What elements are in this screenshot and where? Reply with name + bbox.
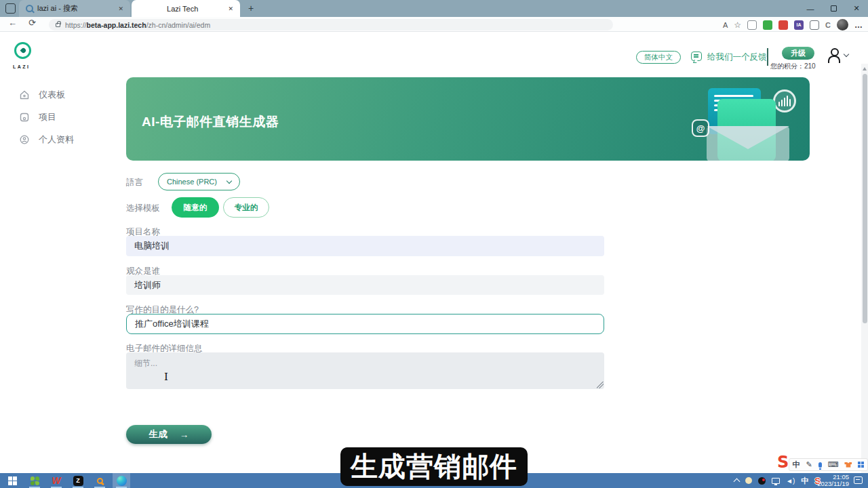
ime-toolbar: 中 ✎ ⌨ (789, 458, 868, 471)
extension-c-icon[interactable]: C (825, 21, 831, 29)
wps-icon: W (52, 475, 60, 486)
resize-grip-icon[interactable] (597, 382, 604, 388)
generate-button[interactable]: 生成 → (126, 425, 212, 444)
feedback-icon (691, 52, 702, 61)
subtitle-caption: 生成营销邮件 (340, 447, 528, 486)
feedback-link[interactable]: 给我们一个反馈 (707, 52, 767, 63)
tab-close-icon[interactable]: ✕ (225, 4, 236, 14)
extension-book-icon[interactable] (810, 20, 819, 30)
sogou-logo-icon[interactable]: S (777, 453, 789, 472)
start-button-icon[interactable] (8, 476, 17, 485)
edge-icon (117, 476, 127, 486)
green-app-icon (31, 476, 39, 485)
template-option-casual[interactable]: 随意的 (172, 197, 219, 218)
sidebar-item-label: 仪表板 (39, 89, 65, 101)
ime-skin-icon[interactable] (844, 462, 852, 468)
page-content: LAZI 仪表板 项目 个人资料 简体中文 给我们一个反馈 升级 您的积分：21… (0, 32, 868, 473)
lazi-logo-word: LAZI (13, 64, 35, 69)
extension-video-icon[interactable] (778, 20, 788, 30)
search-favicon-icon (26, 5, 33, 12)
tab-actions-icon[interactable] (5, 3, 16, 14)
url-bar[interactable]: https://beta-app.lazi.tech/zh-cn/admin/a… (49, 19, 613, 30)
language-pill[interactable]: 简体中文 (636, 51, 681, 64)
taskbar-app-search[interactable] (91, 473, 108, 488)
extension-green-icon[interactable] (763, 20, 772, 30)
notification-center-icon[interactable] (854, 476, 863, 484)
maximize-button[interactable] (822, 0, 845, 17)
sidebar-item-projects[interactable]: 项目 (19, 111, 56, 123)
account-chevron-down-icon[interactable] (844, 52, 849, 57)
collections-icon[interactable] (747, 20, 757, 30)
ime-mic-icon[interactable] (818, 462, 822, 468)
at-icon: @ (692, 119, 709, 137)
magnifier-icon (97, 478, 103, 484)
refresh-icon[interactable]: ⟳ (28, 18, 36, 28)
sidebar-item-dashboard[interactable]: 仪表板 (19, 89, 65, 101)
template-option-professional[interactable]: 专业的 (223, 197, 269, 218)
tray-moon-icon[interactable] (745, 477, 752, 484)
profile-avatar[interactable] (837, 19, 848, 30)
capcut-icon: Z (73, 476, 83, 486)
favorites-icon[interactable]: ☆ (734, 20, 741, 30)
scrollbar-up-icon[interactable] (863, 67, 867, 70)
projects-icon (19, 112, 30, 123)
sidebar-item-label: 个人资料 (39, 134, 74, 146)
tab-title: Lazi Tech (140, 5, 225, 13)
close-button[interactable]: ✕ (845, 0, 868, 17)
tray-expand-icon[interactable] (734, 479, 741, 485)
sidebar-item-label: 项目 (39, 111, 56, 123)
tray-app-icon[interactable] (758, 477, 766, 485)
url-text: https://beta-app.lazi.tech/zh-cn/admin/a… (65, 21, 210, 29)
read-aloud-icon[interactable]: A (723, 21, 728, 29)
new-tab-button[interactable]: + (244, 2, 258, 14)
scrollbar-thumb[interactable] (863, 74, 867, 323)
ime-keyboard-icon[interactable]: ⌨ (828, 460, 839, 469)
tab-close-icon[interactable]: ✕ (115, 4, 126, 14)
account-icon[interactable] (827, 48, 842, 63)
purpose-input[interactable] (126, 314, 604, 334)
banner: AI-电子邮件直销生成器 @ (126, 77, 810, 161)
extension-ia-icon[interactable]: IA (794, 20, 804, 30)
taskbar-app-green[interactable] (26, 473, 43, 488)
navbar-right-icons: A ☆ IA C … (723, 19, 863, 30)
header-divider (767, 48, 768, 66)
minimize-button[interactable]: — (799, 0, 822, 17)
ime-cn-icon[interactable]: 中 (792, 460, 800, 470)
page-title: AI-电子邮件直销生成器 (142, 113, 279, 131)
settings-menu-icon[interactable]: … (854, 20, 863, 30)
taskbar-app-wps[interactable]: W (47, 473, 65, 488)
sidebar-item-profile[interactable]: 个人资料 (19, 134, 74, 146)
ime-grid-icon[interactable] (858, 462, 864, 468)
banner-illustration: @ (679, 84, 802, 159)
audience-input[interactable] (126, 275, 604, 295)
taskbar-app-edge[interactable] (113, 473, 130, 488)
home-icon (19, 89, 30, 100)
chevron-down-icon (226, 178, 232, 183)
ime-pen-icon[interactable]: ✎ (806, 460, 812, 469)
template-label: 选择模板 (126, 203, 160, 214)
language-select-value: Chinese (PRC) (167, 178, 217, 186)
profile-icon (19, 134, 30, 145)
browser-titlebar: lazi ai - 搜索 ✕ Lazi Tech ✕ + — ✕ (0, 0, 868, 17)
taskbar-clock[interactable]: 21:05 2023/11/19 (817, 474, 849, 487)
arrow-right-icon: → (180, 430, 189, 440)
points-label: 您的积分：210 (770, 62, 816, 71)
tray-ime-icon[interactable]: 中 (801, 476, 808, 486)
back-icon[interactable]: ← (8, 18, 17, 28)
details-textarea[interactable] (126, 352, 604, 389)
tab-lazi-tech[interactable]: Lazi Tech ✕ (132, 0, 240, 17)
project-name-input[interactable] (126, 236, 604, 256)
taskbar-app-capcut[interactable]: Z (69, 473, 87, 488)
upgrade-button[interactable]: 升级 (782, 47, 814, 60)
network-icon[interactable] (772, 478, 780, 484)
language-label: 語言 (126, 177, 143, 188)
volume-icon[interactable]: ◄) (786, 477, 795, 485)
generate-label: 生成 (149, 428, 167, 441)
tab-search[interactable]: lazi ai - 搜索 ✕ (19, 0, 130, 17)
browser-navbar: ← ⟳ https://beta-app.lazi.tech/zh-cn/adm… (0, 17, 868, 32)
date-label: 2023/11/19 (817, 481, 849, 487)
language-select[interactable]: Chinese (PRC) (158, 173, 240, 190)
system-tray: ◄) 中 S (734, 473, 821, 488)
tab-title: lazi ai - 搜索 (37, 3, 115, 14)
lazi-logo-icon[interactable] (14, 42, 31, 59)
